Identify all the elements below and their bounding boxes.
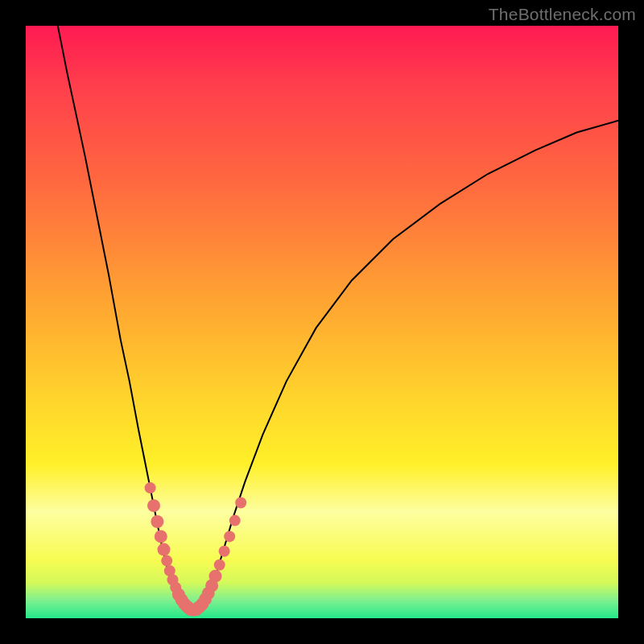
watermark-text: TheBottleneck.com: [489, 5, 636, 24]
highlight-marker: [161, 555, 172, 567]
curve-right-branch: [204, 121, 618, 605]
highlight-marker: [155, 530, 167, 543]
highlight-marker: [219, 546, 230, 557]
highlight-marker: [151, 515, 163, 528]
marker-group: [145, 482, 247, 617]
highlight-marker: [158, 543, 171, 556]
plot-area: [26, 26, 618, 618]
highlight-marker: [214, 559, 225, 571]
highlight-marker: [224, 530, 235, 542]
chart-svg: [26, 26, 618, 618]
highlight-marker: [145, 482, 156, 493]
curve-left-branch: [56, 14, 180, 605]
highlight-marker: [235, 497, 246, 509]
highlight-marker: [209, 570, 222, 583]
outer-frame: TheBottleneck.com: [0, 0, 644, 644]
highlight-marker: [229, 515, 241, 526]
highlight-marker: [147, 499, 160, 512]
